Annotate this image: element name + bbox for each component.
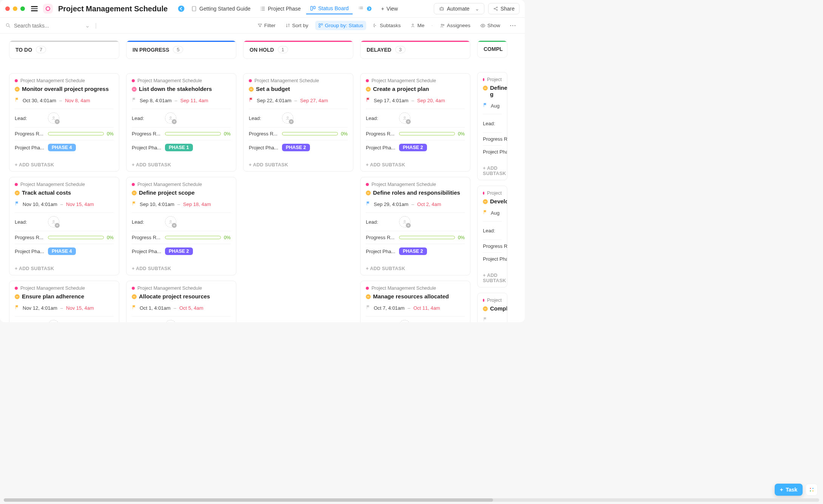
more-button[interactable]: ···: [507, 21, 519, 30]
task-card[interactable]: Project Management Schedule Allocate pro…: [126, 281, 236, 322]
task-card[interactable]: Project Management Schedule Define proje…: [126, 177, 236, 275]
status-icon[interactable]: [483, 199, 488, 204]
tab-status-board[interactable]: Status Board: [306, 3, 353, 14]
priority-flag-icon[interactable]: [366, 305, 371, 311]
back-icon[interactable]: [177, 4, 186, 13]
priority-flag-icon[interactable]: [366, 201, 371, 207]
add-subtask-button[interactable]: + ADD SUBTASK: [361, 262, 470, 275]
status-icon[interactable]: [249, 87, 254, 92]
status-icon[interactable]: [15, 294, 20, 299]
show-button[interactable]: Show: [477, 21, 503, 30]
column-header[interactable]: IN PROGRESS 5: [126, 40, 236, 59]
date-row: Oct 1, 4:01am – Oct 5, 4am: [132, 305, 231, 311]
task-card[interactable]: Project Management Schedule Manage resou…: [360, 281, 470, 322]
kanban-board[interactable]: TO DO 7 Project Management Schedule Moni…: [0, 34, 525, 322]
task-card[interactable]: Project Define g Aug Lead: Progress R...: [477, 72, 507, 180]
me-button[interactable]: Me: [407, 21, 427, 30]
priority-flag-icon[interactable]: [132, 97, 137, 103]
assign-lead-button[interactable]: [399, 112, 410, 124]
priority-flag-icon[interactable]: [132, 305, 137, 311]
column-header[interactable]: DELAYED 3: [360, 40, 470, 59]
status-icon[interactable]: [366, 87, 371, 92]
chevron-down-icon[interactable]: ⌄: [85, 22, 90, 29]
priority-flag-icon[interactable]: [483, 210, 488, 216]
add-subtask-button[interactable]: + ADD SUBTASK: [478, 162, 507, 180]
assign-lead-button[interactable]: [399, 320, 410, 322]
me-label: Me: [417, 23, 424, 28]
add-subtask-button[interactable]: + ADD SUBTASK: [126, 158, 236, 171]
add-subtask-button[interactable]: + ADD SUBTASK: [126, 262, 236, 275]
plus-icon: +: [381, 6, 384, 12]
add-view-button[interactable]: + View: [378, 3, 402, 14]
task-card[interactable]: Project Management Schedule List down th…: [126, 73, 236, 172]
progress-bar[interactable]: [165, 132, 221, 135]
assign-lead-button[interactable]: [399, 216, 410, 227]
assign-lead-button[interactable]: [48, 320, 59, 322]
task-card[interactable]: Project Develop Aug Lead: Progress R...: [477, 186, 507, 287]
group-by-button[interactable]: Group by: Status: [315, 21, 366, 30]
column-header[interactable]: TO DO 7: [9, 40, 119, 59]
assignees-button[interactable]: Assignees: [437, 21, 473, 30]
add-subtask-button[interactable]: + ADD SUBTASK: [9, 262, 119, 275]
add-subtask-button[interactable]: + ADD SUBTASK: [244, 158, 353, 171]
add-subtask-button[interactable]: + ADD SUBTASK: [478, 269, 507, 287]
task-card[interactable]: Project Management Schedule Track actual…: [9, 177, 119, 275]
search-input[interactable]: [14, 23, 82, 29]
status-icon[interactable]: [483, 306, 488, 311]
window-zoom[interactable]: [20, 6, 25, 11]
list-icon: [358, 6, 364, 12]
priority-flag-icon[interactable]: [483, 103, 488, 109]
assign-lead-button[interactable]: [48, 216, 59, 227]
status-icon[interactable]: [366, 294, 371, 299]
status-icon[interactable]: [15, 87, 20, 92]
task-card[interactable]: Project Management Schedule Define roles…: [360, 177, 470, 275]
subtasks-button[interactable]: Subtasks: [370, 21, 404, 30]
task-card[interactable]: Project Management Schedule Monitor over…: [9, 73, 119, 172]
status-icon[interactable]: [366, 191, 371, 195]
tab-project-phase[interactable]: Project Phase: [256, 3, 305, 14]
window-close[interactable]: [5, 6, 10, 11]
tab-getting-started[interactable]: Getting Started Guide: [187, 3, 254, 14]
progress-bar[interactable]: [282, 132, 338, 135]
task-card[interactable]: Project Comple Lead: Progress R...: [477, 293, 507, 322]
priority-flag-icon[interactable]: [366, 97, 371, 103]
progress-bar[interactable]: [399, 132, 455, 135]
assign-lead-button[interactable]: [165, 320, 176, 322]
progress-bar[interactable]: [165, 236, 221, 239]
status-icon[interactable]: [132, 294, 137, 299]
add-subtask-button[interactable]: + ADD SUBTASK: [9, 158, 119, 171]
window-minimize[interactable]: [13, 6, 17, 11]
priority-flag-icon[interactable]: [249, 97, 254, 103]
column-header[interactable]: ON HOLD 1: [243, 40, 353, 59]
task-card[interactable]: Project Management Schedule Create a pro…: [360, 73, 470, 172]
card-title: Ensure plan adherence: [22, 293, 84, 300]
status-icon[interactable]: [483, 86, 488, 91]
status-icon[interactable]: [15, 191, 20, 195]
progress-bar[interactable]: [399, 236, 455, 239]
list-icon: [260, 6, 266, 12]
share-button[interactable]: Share: [488, 3, 519, 14]
status-icon[interactable]: [132, 87, 137, 92]
menu-icon[interactable]: [31, 6, 38, 11]
assign-lead-button[interactable]: [48, 112, 59, 124]
priority-flag-icon[interactable]: [15, 97, 20, 103]
task-card[interactable]: Project Management Schedule Ensure plan …: [9, 281, 119, 322]
assign-lead-button[interactable]: [282, 112, 293, 124]
automate-button[interactable]: Automate ⌄: [434, 3, 484, 14]
add-subtask-button[interactable]: + ADD SUBTASK: [361, 158, 470, 171]
progress-bar[interactable]: [48, 236, 104, 239]
progress-bar[interactable]: [48, 132, 104, 135]
sort-button[interactable]: Sort by: [282, 21, 311, 30]
filter-button[interactable]: Filter: [254, 21, 279, 30]
tab-extra[interactable]: [354, 3, 376, 14]
task-card[interactable]: Project Management Schedule Set a budget…: [243, 73, 353, 172]
priority-flag-icon[interactable]: [132, 201, 137, 207]
assign-lead-button[interactable]: [165, 216, 176, 227]
status-icon[interactable]: [132, 191, 137, 195]
priority-flag-icon[interactable]: [483, 317, 488, 322]
priority-flag-icon[interactable]: [15, 305, 20, 311]
svg-rect-3: [313, 6, 315, 9]
column-header[interactable]: COMPL: [477, 40, 507, 58]
assign-lead-button[interactable]: [165, 112, 176, 124]
priority-flag-icon[interactable]: [15, 201, 20, 207]
